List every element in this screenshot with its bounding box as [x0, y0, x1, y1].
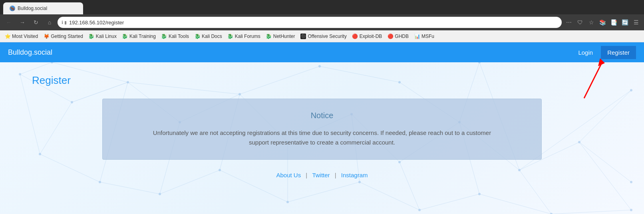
forward-button[interactable]: → — [17, 17, 28, 28]
toolbar-right: ⋯ 🛡 ☆ 📚 📑 🔄 ☰ — [564, 18, 641, 27]
bookmark-label: Kali Linux — [96, 34, 117, 39]
twitter-link[interactable]: Twitter — [312, 172, 330, 178]
register-link[interactable]: Register — [601, 46, 636, 59]
security-icon: ℹ ▮ — [62, 20, 67, 25]
kali-tools-icon: 🐉 — [161, 34, 167, 39]
bookmarks-bar: ⭐ Most Visited 🦊 Getting Started 🐉 Kali … — [0, 30, 644, 42]
kali-forums-icon: 🐉 — [228, 34, 233, 39]
bookmark-label: Most Visited — [12, 34, 38, 39]
bookmark-kali-forums[interactable]: 🐉 Kali Forums — [225, 33, 263, 40]
home-button[interactable]: ⌂ — [44, 17, 55, 28]
ghdb-icon: 🔴 — [388, 34, 393, 39]
exploitdb-icon: 🔴 — [352, 34, 358, 39]
about-us-link[interactable]: About Us — [276, 172, 301, 178]
bookmark-kali-training[interactable]: 🐉 Kali Training — [120, 33, 158, 40]
star-icon[interactable]: ☆ — [586, 18, 596, 27]
bookmark-label: MSFu — [421, 34, 434, 39]
footer-sep-1: | — [306, 172, 309, 178]
instagram-link[interactable]: Instagram — [341, 172, 368, 178]
shield-icon[interactable]: 🛡 — [575, 18, 585, 27]
footer-sep-2: | — [335, 172, 338, 178]
most-visited-icon: ⭐ — [5, 34, 10, 39]
svg-line-18 — [419, 194, 479, 210]
svg-point-56 — [159, 193, 161, 195]
active-tab[interactable]: 🐂 Bulldog.social — [3, 2, 83, 14]
nethunter-icon: 🐉 — [266, 34, 272, 39]
bookmark-kali-linux[interactable]: 🐉 Kali Linux — [86, 33, 119, 40]
sync-icon[interactable]: 🔄 — [620, 18, 630, 27]
tab-favicon: 🐂 — [10, 6, 15, 11]
address-text: 192.168.56.102/register — [69, 20, 124, 26]
page-wrapper: Bulldog.social Login Register Register N… — [0, 42, 644, 214]
page-title: Register — [32, 74, 612, 87]
site-logo[interactable]: Bulldog.social — [8, 48, 572, 57]
bookmark-label: Kali Docs — [202, 34, 222, 39]
bookmark-label: Kali Training — [129, 34, 156, 39]
extensions-icon[interactable]: ⋯ — [564, 18, 574, 27]
bookmark-label: Getting Started — [51, 34, 83, 39]
svg-point-61 — [478, 193, 481, 195]
bookmark-kali-docs[interactable]: 🐉 Kali Docs — [192, 33, 225, 40]
offsec-icon: ⚫ — [300, 34, 306, 39]
bookmark-getting-started[interactable]: 🦊 Getting Started — [41, 33, 85, 40]
bookmark-label: NetHunter — [273, 34, 295, 39]
bookmark-kali-tools[interactable]: 🐉 Kali Tools — [159, 33, 191, 40]
bookmark-label: Kali Forums — [235, 34, 260, 39]
bookmark-label: Kali Tools — [169, 34, 189, 39]
svg-point-58 — [286, 201, 289, 203]
svg-point-63 — [630, 209, 632, 211]
nav-links: Login Register — [572, 46, 636, 59]
reload-button[interactable]: ↻ — [30, 17, 42, 28]
tab-title: Bulldog.social — [18, 6, 47, 11]
browser-toolbar: ← → ↻ ⌂ ℹ ▮ 192.168.56.102/register ⋯ 🛡 … — [0, 14, 644, 30]
notice-box: Notice Unfortunately we are not acceptin… — [102, 99, 542, 160]
site-navigation: Bulldog.social Login Register — [0, 42, 644, 62]
library-icon[interactable]: 📚 — [598, 18, 607, 27]
kali-docs-icon: 🐉 — [195, 34, 200, 39]
bookmark-offensive-security[interactable]: ⚫ Offensive Security — [298, 33, 349, 40]
bookmark-exploit-db[interactable]: 🔴 Exploit-DB — [350, 33, 385, 40]
bookmark-label: Offensive Security — [308, 34, 346, 39]
msfu-icon: 📊 — [414, 34, 420, 39]
notice-heading: Notice — [127, 111, 517, 120]
bookmark-nethunter[interactable]: 🐉 NetHunter — [264, 33, 298, 40]
bookmark-msfu[interactable]: 📊 MSFu — [412, 33, 437, 40]
svg-line-19 — [479, 194, 551, 214]
tab-bar: 🐂 Bulldog.social — [0, 0, 644, 14]
bookmark-label: GHDB — [395, 34, 409, 39]
svg-point-60 — [418, 209, 421, 211]
back-button[interactable]: ← — [3, 17, 14, 28]
login-link[interactable]: Login — [572, 46, 599, 59]
kali-training-icon: 🐉 — [122, 34, 128, 39]
reader-icon[interactable]: 📑 — [609, 18, 618, 27]
address-bar[interactable]: ℹ ▮ 192.168.56.102/register — [58, 17, 562, 28]
firefox-icon: 🦊 — [44, 34, 49, 39]
bookmark-label: Exploit-DB — [360, 34, 382, 39]
menu-icon[interactable]: ☰ — [631, 18, 641, 27]
bookmark-ghdb[interactable]: 🔴 GHDB — [385, 33, 411, 40]
svg-line-20 — [551, 210, 631, 214]
notice-body: Unfortunately we are not accepting regis… — [142, 128, 502, 147]
kali-icon: 🐉 — [89, 34, 94, 39]
footer-links: About Us | Twitter | Instagram — [32, 172, 612, 178]
bookmark-most-visited[interactable]: ⭐ Most Visited — [2, 33, 40, 40]
page-content: Register Notice Unfortunately we are not… — [0, 62, 644, 190]
